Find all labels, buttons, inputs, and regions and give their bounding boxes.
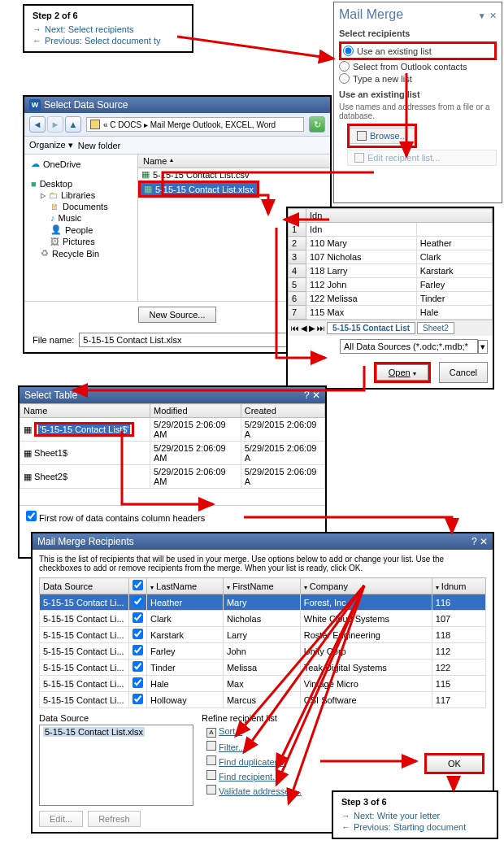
type-new-list-option[interactable]: Type a new list <box>339 72 497 85</box>
pictures-node[interactable]: 🖼Pictures <box>50 236 131 247</box>
table-row[interactable]: 3107 NicholasClark <box>289 250 493 264</box>
sheet-nav-next-icon[interactable]: ▶ <box>309 324 315 333</box>
radio-existing-list[interactable] <box>343 46 354 56</box>
sheet-nav-last-icon[interactable]: ⏭ <box>317 324 325 333</box>
link-label: Find duplicates... <box>219 757 286 767</box>
people-node[interactable]: 👤People <box>50 224 131 236</box>
filter-link[interactable]: Filter... <box>206 741 486 752</box>
edit-recipient-list-button[interactable]: Edit recipient list... <box>347 150 497 166</box>
refresh-button[interactable]: Refresh <box>88 811 141 827</box>
row-checkbox[interactable] <box>133 596 143 607</box>
filename-input[interactable] <box>79 333 307 347</box>
table-row[interactable]: 2110 MaryHeather <box>289 237 493 250</box>
col-header[interactable]: ▾ Company <box>300 578 432 594</box>
edit-button[interactable]: Edit... <box>39 811 83 827</box>
recipient-row[interactable]: 5-15-15 Contact Li...FarleyJohnUnity Cor… <box>40 643 486 660</box>
new-folder-button[interactable]: New folder <box>78 141 121 150</box>
table-row[interactable]: 6122 MelissaTinder <box>289 292 493 306</box>
row-checkbox[interactable] <box>133 645 143 655</box>
radio-new-list[interactable] <box>339 73 350 84</box>
recipient-row[interactable]: 5-15-15 Contact Li...HaleMaxVintage Micr… <box>40 676 486 692</box>
sheet-tab-contact-list[interactable]: 5-15-15 Contact List <box>327 322 415 334</box>
table-row[interactable]: 7115 MaxHale <box>289 306 493 320</box>
next-write-letter-link[interactable]: →Next: Write your letter <box>341 810 489 821</box>
table-row[interactable]: 1Idn <box>289 223 493 237</box>
checkbox[interactable] <box>26 511 37 521</box>
forward-button[interactable]: ► <box>47 116 63 133</box>
recycle-node[interactable]: ♻Recycle Bin <box>41 247 131 259</box>
row-checkbox[interactable] <box>133 661 143 672</box>
close-icon[interactable]: ✕ <box>489 11 497 20</box>
col-header[interactable]: Idn <box>306 209 493 223</box>
table-row[interactable]: 5112 JohnFarley <box>289 278 493 292</box>
row-checkbox[interactable] <box>133 612 143 623</box>
libraries-node[interactable]: ▷🗀Libraries <box>41 189 131 201</box>
up-button[interactable]: ▲ <box>65 116 81 133</box>
dropdown-icon[interactable]: ▼ <box>478 11 486 20</box>
refresh-button[interactable]: ↻ <box>309 116 325 133</box>
col-header[interactable]: ▾ Idnum <box>432 578 485 594</box>
dialog-title: Select Table <box>24 390 77 401</box>
table-row[interactable]: ▦ Sheet1$ 5/29/2015 2:06:09 AM 5/29/2015… <box>20 442 325 465</box>
col-header[interactable]: ▾ FirstName <box>223 578 300 594</box>
music-node[interactable]: ♪Music <box>50 212 131 224</box>
row-checkbox[interactable] <box>133 629 143 639</box>
use-existing-list-option[interactable]: Use an existing list <box>343 45 493 57</box>
col-created[interactable]: Created <box>241 404 324 418</box>
table-row[interactable]: ▦ Sheet2$ 5/29/2015 2:06:09 AM 5/29/2015… <box>20 465 325 489</box>
data-source-listbox[interactable]: 5-15-15 Contact List.xlsx <box>39 725 193 806</box>
col-header-check[interactable] <box>129 578 147 594</box>
documents-node[interactable]: 🗎Documents <box>50 201 131 212</box>
row-checkbox[interactable] <box>133 677 143 688</box>
table-row[interactable]: 4118 LarryKarstark <box>289 264 493 278</box>
row-num: 4 <box>289 264 306 278</box>
name-column-header[interactable]: Name <box>143 156 167 166</box>
col-header[interactable]: ▾ LastName <box>147 578 224 594</box>
previous-document-type-link[interactable]: ←Previous: Select document ty <box>33 35 184 46</box>
back-button[interactable]: ◄ <box>29 116 46 133</box>
sheet-nav-prev-icon[interactable]: ◀ <box>301 324 307 333</box>
recipient-row[interactable]: 5-15-15 Contact Li...TinderMelissaTeak D… <box>40 660 486 676</box>
select-all-checkbox[interactable] <box>133 580 143 590</box>
new-source-button[interactable]: New Source... <box>138 307 215 323</box>
file-row-xlsx[interactable]: ▦5-15-15 Contact List.xlsx <box>141 183 257 195</box>
help-icon[interactable]: ? <box>304 390 310 401</box>
expand-icon[interactable]: ▷ <box>41 192 46 199</box>
desktop-node[interactable]: ■Desktop <box>31 178 131 189</box>
filename-row: File name: ▾ <box>24 328 330 352</box>
col-modified[interactable]: Modified <box>150 404 241 418</box>
first-row-checkbox[interactable]: First row of data contains column header… <box>26 513 205 523</box>
help-icon[interactable]: ? <box>471 536 477 547</box>
recipient-row[interactable]: 5-15-15 Contact Li...HollowayMarcusCSI S… <box>40 692 486 708</box>
row-num: 5 <box>289 278 306 292</box>
col-header[interactable]: Data Source <box>40 578 129 594</box>
recipients-ok-button[interactable]: OK <box>424 753 484 774</box>
sort-link[interactable]: A Sort... <box>206 726 486 738</box>
close-icon[interactable]: ✕ <box>480 536 488 547</box>
sheet-tab-sheet2[interactable]: Sheet2 <box>417 322 454 334</box>
file-row-csv[interactable]: ▦5-15-15 Contact List.csv <box>138 168 330 181</box>
previous-starting-doc-link[interactable]: ←Previous: Starting document <box>341 821 489 833</box>
radio-outlook[interactable] <box>339 61 350 72</box>
cell: 5-15-15 Contact Li... <box>40 643 129 660</box>
close-icon[interactable]: ✕ <box>312 390 320 401</box>
onedrive-node[interactable]: ☁OneDrive <box>31 158 131 170</box>
col-name[interactable]: Name <box>20 404 150 418</box>
open-button[interactable]: Open ▾ <box>376 364 428 381</box>
outlook-contacts-option[interactable]: Select from Outlook contacts <box>339 60 497 72</box>
organize-button[interactable]: Organize ▾ <box>29 140 73 150</box>
sheet-nav-first-icon[interactable]: ⏮ <box>291 324 299 333</box>
recipient-row[interactable]: 5-15-15 Contact Li...KarstarkLarryRoster… <box>40 627 486 643</box>
table-row[interactable]: ▦ '5-15-15 Contact List$' 5/29/2015 2:06… <box>20 418 325 442</box>
row-checkbox[interactable] <box>133 694 143 704</box>
recipient-row[interactable]: 5-15-15 Contact Li...ClarkNicholasWhite … <box>40 611 486 627</box>
path-bar[interactable]: « C DOCS ▸ Mail Merge Outlook, EXCEL, Wo… <box>86 117 304 132</box>
link-label: Validate addresses... <box>219 786 302 796</box>
checkbox-label: First row of data contains column header… <box>39 513 205 523</box>
browse-button[interactable]: Browse... <box>350 128 415 144</box>
next-select-recipients-link[interactable]: →Next: Select recipients <box>33 24 184 35</box>
cancel-button[interactable]: Cancel <box>439 362 488 383</box>
filter-select[interactable] <box>340 339 478 354</box>
recipient-row[interactable]: 5-15-15 Contact Li...HeatherMaryForest, … <box>40 594 486 611</box>
filter-dropdown[interactable]: ▾ <box>478 340 488 354</box>
